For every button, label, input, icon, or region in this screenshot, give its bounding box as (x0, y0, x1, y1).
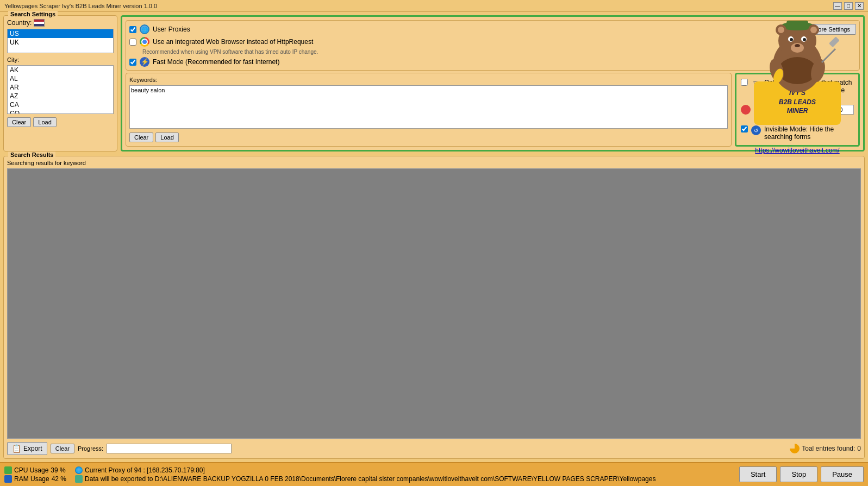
cpu-label: CPU Usage (14, 466, 48, 474)
proxy-message: Current Proxy of 94 : [168.235.70.179:80… (85, 466, 205, 474)
svg-text:B2B LEADS: B2B LEADS (779, 98, 816, 106)
use-browser-checkbox[interactable] (129, 39, 136, 46)
spinner-icon (790, 444, 800, 453)
window-controls: — □ ✕ (833, 2, 864, 10)
city-item[interactable]: CO (8, 109, 113, 114)
fast-mode-checkbox[interactable] (129, 59, 136, 66)
main-area: Search Settings Country: US UK City: AK … (0, 12, 868, 486)
cpu-ram-group: CPU Usage 39 % RAM Usage 42 % (4, 466, 66, 483)
export-message: Data will be exported to D:\ALIENWARE BA… (85, 475, 655, 483)
fast-mode-label: Fast Mode (Recommended for fast Internet… (153, 58, 279, 66)
cpu-status: CPU Usage 39 % (4, 466, 66, 474)
svg-point-11 (803, 38, 806, 41)
city-item[interactable]: CA (8, 100, 113, 109)
globe-icon: 🌐 (140, 24, 149, 34)
stop-button[interactable]: Stop (780, 466, 817, 482)
close-button[interactable]: ✕ (855, 2, 864, 10)
progress-bar (107, 444, 232, 453)
keywords-label: Keywords: (129, 77, 728, 83)
search-results-panel: Search Results Searching results for key… (3, 156, 865, 459)
total-entries: Toal entries found: 0 (790, 444, 861, 453)
proxy-export-group: 🌐 Current Proxy of 94 : [168.235.70.179:… (75, 466, 655, 483)
top-area: Search Settings Country: US UK City: AK … (0, 12, 868, 152)
keywords-load-button[interactable]: Load (155, 132, 178, 142)
svg-line-21 (822, 49, 835, 62)
cpu-value: 39 % (51, 466, 65, 474)
keywords-btn-row: Clear Load (129, 132, 728, 142)
search-results-title: Search Results (8, 152, 55, 158)
keywords-input[interactable]: beauty salon (129, 85, 728, 129)
keywords-clear-button[interactable]: Clear (129, 132, 153, 142)
country-label-text: Country: (7, 19, 32, 27)
svg-rect-22 (829, 36, 840, 47)
results-display (7, 168, 861, 439)
mascot-link[interactable]: https://wowitloveithaveit.com/ (755, 147, 839, 154)
country-item-us[interactable]: US (8, 29, 113, 38)
country-listbox[interactable]: US UK (7, 29, 114, 53)
svg-point-17 (810, 27, 817, 33)
use-browser-label: Use an integrated Web Browser instead of… (153, 38, 313, 46)
city-item[interactable]: AR (8, 83, 113, 92)
country-load-button[interactable]: Load (33, 117, 56, 127)
country-label-row: Country: (7, 19, 114, 27)
city-label: City: (7, 56, 114, 63)
mascot-area: IVY'S B2B LEADS MINER (738, 16, 857, 154)
ram-value: 42 % (52, 475, 66, 483)
proxy-status: 🌐 Current Proxy of 94 : [168.235.70.179:… (75, 466, 655, 474)
keywords-section: Keywords: beauty salon Clear Load (126, 73, 732, 147)
ram-label: RAM Usage (14, 475, 49, 483)
user-proxies-checkbox[interactable] (129, 26, 136, 33)
progress-label: Progress: (78, 445, 103, 452)
svg-point-13 (795, 44, 800, 47)
proxy-globe-icon: 🌐 (75, 466, 83, 474)
ram-icon (4, 475, 12, 483)
user-proxies-label: User Proxies (153, 26, 190, 33)
action-buttons: Start Stop Pause (739, 466, 864, 482)
results-bottom-bar: 📋 Export Clear Progress: Toal entries fo… (7, 442, 861, 455)
chrome-icon (140, 37, 149, 47)
flag-icon (34, 19, 45, 27)
search-settings-panel: Search Settings Country: US UK City: AK … (3, 15, 117, 152)
city-listbox[interactable]: AK AL AR AZ CA CO CT (7, 65, 114, 114)
country-btn-row: Clear Load (7, 117, 114, 127)
svg-point-10 (790, 38, 793, 41)
ram-status: RAM Usage 42 % (4, 475, 66, 483)
svg-rect-7 (786, 21, 808, 28)
city-item[interactable]: AL (8, 74, 113, 83)
pause-button[interactable]: Pause (821, 466, 864, 482)
cpu-icon (4, 466, 12, 474)
total-value: 0 (857, 445, 861, 452)
lightning-icon: ⚡ (140, 57, 149, 67)
mascot-image: IVY'S B2B LEADS MINER (743, 16, 852, 147)
maximize-button[interactable]: □ (844, 2, 853, 10)
export-status: Data will be exported to D:\ALIENWARE BA… (75, 475, 655, 483)
minimize-button[interactable]: — (833, 2, 842, 10)
results-clear-button[interactable]: Clear (51, 444, 74, 453)
export-icon: 📋 (12, 444, 21, 453)
svg-point-15 (778, 27, 784, 33)
total-label: Toal entries found: (802, 445, 855, 452)
city-item[interactable]: AZ (8, 92, 113, 100)
country-item-uk[interactable]: UK (8, 38, 113, 47)
statusbar: CPU Usage 39 % RAM Usage 42 % 🌐 Current … (0, 462, 868, 486)
titlebar: Yellowpages Scraper Ivy's B2B Leads Mine… (0, 0, 868, 12)
searching-results-label: Searching results for keyword (7, 160, 861, 166)
export-button[interactable]: 📋 Export (7, 442, 47, 455)
start-button[interactable]: Start (739, 466, 777, 482)
svg-text:MINER: MINER (787, 107, 808, 115)
app-title: Yellowpages Scraper Ivy's B2B Leads Mine… (4, 3, 833, 9)
export-status-icon (75, 475, 83, 483)
country-clear-button[interactable]: Clear (7, 117, 31, 127)
svg-point-18 (778, 57, 816, 84)
city-item[interactable]: AK (8, 66, 113, 74)
search-settings-title: Search Settings (8, 11, 58, 17)
